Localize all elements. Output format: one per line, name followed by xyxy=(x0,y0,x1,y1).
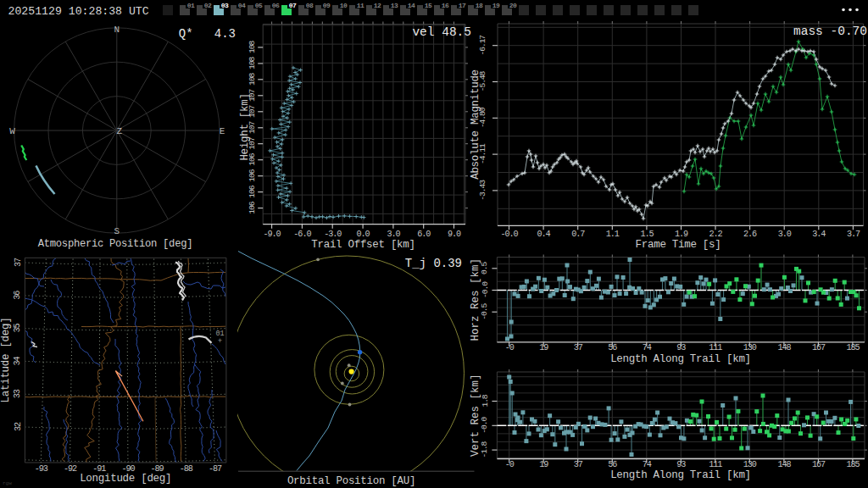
svg-text:93: 93 xyxy=(676,460,686,469)
svg-text:19: 19 xyxy=(492,2,500,9)
svg-text:-93: -93 xyxy=(35,464,48,474)
svg-text:0.4: 0.4 xyxy=(537,230,551,239)
svg-text:-0.0: -0.0 xyxy=(500,230,518,239)
svg-text:20251129 10:28:38 UTC: 20251129 10:28:38 UTC xyxy=(8,5,149,18)
svg-text:-87: -87 xyxy=(209,464,222,474)
svg-text:20: 20 xyxy=(509,2,517,9)
svg-text:108: 108 xyxy=(248,72,257,85)
svg-text:Longitude [deg]: Longitude [deg] xyxy=(80,473,171,485)
svg-text:15: 15 xyxy=(425,2,432,9)
svg-text:1.9: 1.9 xyxy=(675,230,688,239)
svg-text:-3.0: -3.0 xyxy=(324,230,342,239)
svg-text:37: 37 xyxy=(574,343,583,352)
svg-text:Trail Offset [km]: Trail Offset [km] xyxy=(311,239,415,251)
svg-text:74: 74 xyxy=(643,343,652,352)
svg-text:1.5: 1.5 xyxy=(640,230,654,239)
svg-text:01: 01 xyxy=(187,2,195,9)
svg-text:108: 108 xyxy=(248,57,257,69)
svg-text:33: 33 xyxy=(14,389,23,398)
svg-text:06: 06 xyxy=(272,2,280,9)
svg-text:6.0: 6.0 xyxy=(417,230,431,239)
svg-text:93: 93 xyxy=(676,343,686,352)
svg-text:167: 167 xyxy=(812,343,826,352)
svg-text:07: 07 xyxy=(289,2,297,9)
svg-text:Q* 4.3: Q* 4.3 xyxy=(179,27,236,41)
svg-text:-89: -89 xyxy=(151,464,164,474)
svg-text:130: 130 xyxy=(743,460,757,469)
svg-text:2.6: 2.6 xyxy=(743,230,757,239)
svg-text:36: 36 xyxy=(14,291,23,300)
svg-text:14: 14 xyxy=(408,2,415,9)
svg-text:106: 106 xyxy=(248,169,257,181)
svg-text:mass -0.70: mass -0.70 xyxy=(793,25,867,38)
svg-text:56: 56 xyxy=(608,460,617,469)
svg-text:16: 16 xyxy=(442,2,449,9)
svg-text:Frame Time [s]: Frame Time [s] xyxy=(636,239,721,251)
svg-text:185: 185 xyxy=(846,460,860,469)
svg-text:3.7: 3.7 xyxy=(847,230,860,239)
svg-text:17: 17 xyxy=(459,2,466,9)
svg-text:-0: -0 xyxy=(505,343,515,352)
svg-text:3.0: 3.0 xyxy=(387,230,400,239)
svg-text:03: 03 xyxy=(221,2,229,9)
svg-text:01: 01 xyxy=(215,330,224,338)
svg-text:05: 05 xyxy=(255,2,263,9)
svg-text:0.7: 0.7 xyxy=(571,230,585,239)
svg-text:111: 111 xyxy=(709,343,722,352)
svg-text:-3.43: -3.43 xyxy=(478,180,487,201)
svg-text:-6.0: -6.0 xyxy=(293,230,311,239)
svg-text:10: 10 xyxy=(340,2,348,9)
svg-text:106: 106 xyxy=(248,185,257,197)
svg-text:34: 34 xyxy=(14,356,23,365)
svg-text:Vert Res [km]: Vert Res [km] xyxy=(470,374,482,457)
svg-text:108: 108 xyxy=(248,41,257,53)
svg-text:Atmospheric Position [deg]: Atmospheric Position [deg] xyxy=(38,238,192,250)
svg-text:Absolute Magnitude: Absolute Magnitude xyxy=(470,69,481,180)
svg-text:+: + xyxy=(218,337,222,346)
svg-text:9.0: 9.0 xyxy=(448,230,461,239)
svg-text:rgw: rgw xyxy=(3,480,12,486)
svg-text:-9.0: -9.0 xyxy=(264,230,281,239)
svg-text:111: 111 xyxy=(709,460,722,469)
svg-text:2.2: 2.2 xyxy=(709,230,722,239)
svg-text:09: 09 xyxy=(323,2,331,9)
svg-text:56: 56 xyxy=(608,343,617,352)
svg-text:19: 19 xyxy=(539,460,548,469)
svg-text:S: S xyxy=(114,226,120,236)
svg-text:130: 130 xyxy=(743,343,757,352)
svg-text:-90: -90 xyxy=(121,464,135,474)
svg-text:19: 19 xyxy=(539,343,548,352)
svg-text:12: 12 xyxy=(374,2,381,9)
svg-text:-0: -0 xyxy=(505,460,515,469)
svg-text:1.1: 1.1 xyxy=(606,230,620,239)
svg-text:Z: Z xyxy=(116,126,122,136)
svg-text:08: 08 xyxy=(306,2,314,9)
svg-text:N: N xyxy=(114,25,120,35)
svg-text:W: W xyxy=(9,126,15,136)
svg-text:-88: -88 xyxy=(180,464,193,474)
svg-text:148: 148 xyxy=(777,460,791,469)
svg-text:-92: -92 xyxy=(64,464,77,474)
svg-text:0.0: 0.0 xyxy=(357,230,370,239)
svg-text:74: 74 xyxy=(643,460,652,469)
svg-text:11: 11 xyxy=(357,2,364,9)
svg-text:02: 02 xyxy=(204,2,212,9)
svg-text:-91: -91 xyxy=(92,464,106,474)
svg-text:106: 106 xyxy=(248,201,257,214)
svg-text:Height [km]: Height [km] xyxy=(239,93,251,160)
svg-text:3.0: 3.0 xyxy=(778,230,792,239)
svg-text:-6.17: -6.17 xyxy=(478,35,487,56)
svg-text:Length Along Trail [km]: Length Along Trail [km] xyxy=(610,469,751,481)
svg-text:04: 04 xyxy=(238,2,246,9)
svg-text:185: 185 xyxy=(846,343,860,352)
svg-text:37: 37 xyxy=(574,460,583,469)
svg-text:35: 35 xyxy=(14,324,23,333)
svg-text:Length Along Trail [km]: Length Along Trail [km] xyxy=(610,353,751,365)
svg-text:32: 32 xyxy=(14,422,23,431)
svg-text:167: 167 xyxy=(812,460,826,469)
svg-text:37: 37 xyxy=(14,258,23,267)
svg-text:E: E xyxy=(220,126,225,136)
svg-text:Horz Res [km]: Horz Res [km] xyxy=(470,258,482,341)
svg-text:Latitude [deg]: Latitude [deg] xyxy=(0,318,12,403)
svg-text:18: 18 xyxy=(476,2,483,9)
